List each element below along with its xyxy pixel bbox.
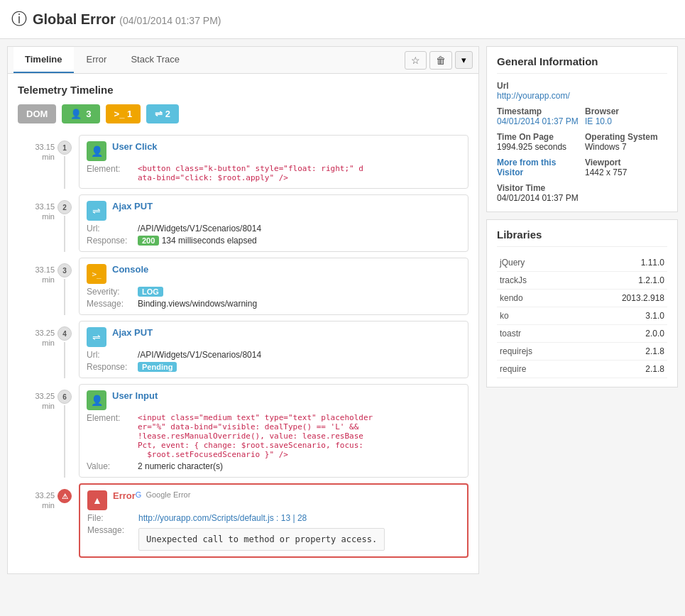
time-label-6: 33.25min xyxy=(18,483,55,558)
legend-console[interactable]: >_ 1 xyxy=(106,104,141,123)
event-card-4: ⇌ Ajax PUT Url: /API/Widgets/V1/Scenario… xyxy=(79,321,468,378)
time-on-page-field: Time On Page 1994.925 seconds xyxy=(497,132,579,152)
vert-line-5 xyxy=(64,405,65,478)
dot-6: 6 xyxy=(57,390,72,404)
event-title-5: User Input xyxy=(112,390,158,401)
legend-user[interactable]: 👤 3 xyxy=(62,104,99,123)
response-value-1: 200 134 milliseconds elapsed xyxy=(138,236,257,246)
lib-name: requirejs xyxy=(497,343,572,361)
timeline-item-6: 33.25min ⚠ ▲ Error G Google Error xyxy=(18,483,468,558)
page-title: Global Error (04/01/2014 01:37 PM) xyxy=(33,11,221,28)
more-visitor-field: More from this Visitor xyxy=(497,158,579,177)
timeline-item-2: 33.15min 2 ⇌ Ajax PUT Url: / xyxy=(18,194,468,252)
dot-col-3: 3 xyxy=(55,258,75,315)
trash-button[interactable]: 🗑 xyxy=(429,51,452,70)
value-label: Value: xyxy=(87,461,138,471)
url-field-value[interactable]: http://yourapp.com/ xyxy=(497,91,667,101)
dot-col-4: 4 xyxy=(55,321,75,378)
visitor-time-value: 04/01/2014 01:37 PM xyxy=(497,193,667,203)
event-card-3: >_ Console Severity: LOG Messag xyxy=(79,258,468,315)
lib-name: require xyxy=(497,361,572,378)
file-label: File: xyxy=(87,513,138,523)
time-on-page-value: 1994.925 seconds xyxy=(497,142,579,152)
element-value-2: <input class="medium text" type="text" p… xyxy=(138,413,373,459)
dot-2: 2 xyxy=(57,200,72,214)
vert-line-3 xyxy=(64,279,65,315)
event-title-1: User Click xyxy=(112,141,158,152)
dot-col-2: 2 xyxy=(55,194,75,252)
libraries-box: Libraries jQuery1.11.0trackJs1.2.1.0kend… xyxy=(486,219,678,387)
google-error-link[interactable]: G Google Error xyxy=(136,490,191,499)
more-visitor-link[interactable]: More from this Visitor xyxy=(497,158,579,177)
viewport-label: Viewport xyxy=(585,158,667,167)
timeline-item-4: 33.25min 4 ⇌ Ajax PUT Url: / xyxy=(18,321,468,378)
value-value: 2 numeric character(s) xyxy=(138,461,223,471)
viewport-value: 1442 x 757 xyxy=(585,167,667,177)
lib-name: jQuery xyxy=(497,254,572,272)
message-label-error: Message: xyxy=(87,525,138,551)
timeline-item-5: 33.25min 6 👤 User Input Element: xyxy=(18,384,468,478)
element-label: Element: xyxy=(87,164,138,182)
ajax-icon-1: ⇌ xyxy=(87,201,106,221)
message-label-1: Message: xyxy=(87,299,138,309)
event-body-2: Url: /API/Widgets/V1/Scenarios/8014 Resp… xyxy=(87,224,461,246)
lib-version: 1.11.0 xyxy=(572,254,667,272)
tabs-actions: ☆ 🗑 ▾ xyxy=(405,51,473,70)
severity-label: Severity: xyxy=(87,287,138,297)
tab-error[interactable]: Error xyxy=(75,47,119,73)
response-value-2: Pending xyxy=(138,362,177,372)
time-label: 33.15min xyxy=(18,135,55,189)
response-label-1: Response: xyxy=(87,236,138,246)
library-row: toastr2.0.0 xyxy=(497,325,667,343)
file-value[interactable]: http://yourapp.com/Scripts/default.js : … xyxy=(138,513,307,523)
status-badge-200: 200 xyxy=(138,236,159,246)
tab-timeline[interactable]: Timeline xyxy=(13,47,74,73)
time-label-5: 33.25min xyxy=(18,384,55,478)
event-body-error: File: http://yourapp.com/Scripts/default… xyxy=(87,513,460,551)
libraries-title: Libraries xyxy=(497,229,667,247)
visitor-time-field: Visitor Time 04/01/2014 01:37 PM xyxy=(497,183,667,203)
os-value: Windows 7 xyxy=(585,142,667,152)
timestamp-label: Timestamp xyxy=(497,106,579,116)
visitor-time-label: Visitor Time xyxy=(497,183,667,193)
general-info-box: General Information Url http://yourapp.c… xyxy=(486,46,678,212)
lib-version: 2.1.8 xyxy=(572,361,667,378)
timeline-item: 33.15min 1 👤 User Click Element: xyxy=(18,135,468,189)
lib-version: 3.1.0 xyxy=(572,307,667,325)
url-field-label: Url xyxy=(497,81,667,91)
event-card-2: ⇌ Ajax PUT Url: /API/Widgets/V1/Scenario… xyxy=(79,194,468,252)
user-legend-icon: 👤 xyxy=(70,109,82,119)
ajax-icon-2: ⇌ xyxy=(87,327,106,347)
browser-label: Browser xyxy=(585,106,667,116)
dot-4: 4 xyxy=(57,326,72,341)
lib-version: 1.2.1.0 xyxy=(572,272,667,290)
info-grid: Timestamp 04/01/2014 01:37 PM Browser IE… xyxy=(497,106,667,203)
tab-stack-trace[interactable]: Stack Trace xyxy=(119,47,191,73)
browser-value: IE 10.0 xyxy=(585,116,667,126)
section-title: Telemetry Timeline xyxy=(18,84,468,96)
log-badge: LOG xyxy=(138,287,163,297)
time-label-4: 33.25min xyxy=(18,321,55,378)
os-label: Operating System xyxy=(585,132,667,142)
library-row: kendo2013.2.918 xyxy=(497,290,667,307)
general-info-title: General Information xyxy=(497,55,667,74)
url-label-2: Url: xyxy=(87,350,138,360)
google-icon: G xyxy=(136,490,142,499)
library-row: trackJs1.2.1.0 xyxy=(497,272,667,290)
lib-version: 2013.2.918 xyxy=(572,290,667,307)
legend-dom[interactable]: DOM xyxy=(18,104,56,123)
star-button[interactable]: ☆ xyxy=(405,51,427,70)
os-field: Operating System Windows 7 xyxy=(585,132,667,152)
vert-line xyxy=(64,156,65,189)
lib-version: 2.1.8 xyxy=(572,343,667,361)
more-dropdown-button[interactable]: ▾ xyxy=(455,51,473,69)
dot-error: ⚠ xyxy=(57,489,72,503)
legend-ajax[interactable]: ⇌ 2 xyxy=(146,104,179,123)
pending-badge: Pending xyxy=(138,362,177,372)
error-circle-icon: ⓘ xyxy=(11,9,27,30)
page-header: ⓘ Global Error (04/01/2014 01:37 PM) xyxy=(0,0,685,39)
libraries-table: jQuery1.11.0trackJs1.2.1.0kendo2013.2.91… xyxy=(497,254,667,378)
message-value-1: Binding.views/windows/warning xyxy=(138,299,257,309)
dot-col-6: ⚠ xyxy=(55,483,75,558)
event-title-2: Ajax PUT xyxy=(112,201,153,211)
